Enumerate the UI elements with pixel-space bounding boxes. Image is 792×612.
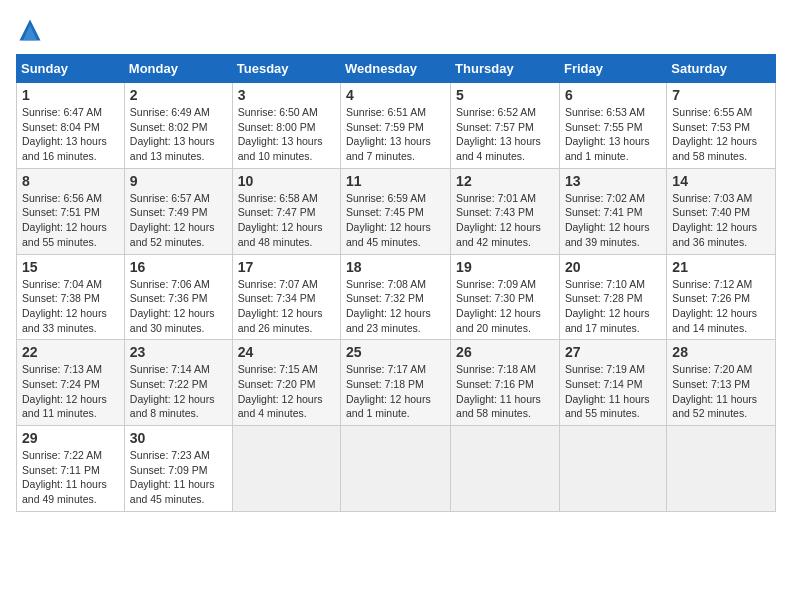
day-number: 1 [22, 87, 119, 103]
calendar-cell [232, 426, 340, 512]
cell-content: Sunrise: 7:18 AM Sunset: 7:16 PM Dayligh… [456, 362, 554, 421]
day-number: 18 [346, 259, 445, 275]
sunrise-label: Sunrise: 6:56 AM [22, 192, 102, 204]
cell-content: Sunrise: 7:07 AM Sunset: 7:34 PM Dayligh… [238, 277, 335, 336]
sunset-label: Sunset: 7:45 PM [346, 206, 424, 218]
calendar-cell: 3 Sunrise: 6:50 AM Sunset: 8:00 PM Dayli… [232, 83, 340, 169]
daylight-label: Daylight: 12 hours and 42 minutes. [456, 221, 541, 248]
col-wednesday: Wednesday [341, 55, 451, 83]
cell-content: Sunrise: 6:53 AM Sunset: 7:55 PM Dayligh… [565, 105, 661, 164]
sunset-label: Sunset: 7:34 PM [238, 292, 316, 304]
day-number: 30 [130, 430, 227, 446]
calendar-cell: 30 Sunrise: 7:23 AM Sunset: 7:09 PM Dayl… [124, 426, 232, 512]
calendar-cell: 25 Sunrise: 7:17 AM Sunset: 7:18 PM Dayl… [341, 340, 451, 426]
col-tuesday: Tuesday [232, 55, 340, 83]
sunset-label: Sunset: 7:49 PM [130, 206, 208, 218]
daylight-label: Daylight: 11 hours and 55 minutes. [565, 393, 650, 420]
day-number: 9 [130, 173, 227, 189]
cell-content: Sunrise: 7:12 AM Sunset: 7:26 PM Dayligh… [672, 277, 770, 336]
sunset-label: Sunset: 7:55 PM [565, 121, 643, 133]
sunrise-label: Sunrise: 7:18 AM [456, 363, 536, 375]
sunrise-label: Sunrise: 6:55 AM [672, 106, 752, 118]
calendar-cell: 9 Sunrise: 6:57 AM Sunset: 7:49 PM Dayli… [124, 168, 232, 254]
day-number: 15 [22, 259, 119, 275]
sunset-label: Sunset: 7:30 PM [456, 292, 534, 304]
day-number: 29 [22, 430, 119, 446]
sunrise-label: Sunrise: 7:14 AM [130, 363, 210, 375]
calendar-cell: 7 Sunrise: 6:55 AM Sunset: 7:53 PM Dayli… [667, 83, 776, 169]
calendar-cell: 19 Sunrise: 7:09 AM Sunset: 7:30 PM Dayl… [451, 254, 560, 340]
calendar-cell [559, 426, 666, 512]
calendar-week-2: 8 Sunrise: 6:56 AM Sunset: 7:51 PM Dayli… [17, 168, 776, 254]
cell-content: Sunrise: 6:59 AM Sunset: 7:45 PM Dayligh… [346, 191, 445, 250]
sunrise-label: Sunrise: 7:09 AM [456, 278, 536, 290]
day-number: 25 [346, 344, 445, 360]
daylight-label: Daylight: 12 hours and 33 minutes. [22, 307, 107, 334]
cell-content: Sunrise: 7:15 AM Sunset: 7:20 PM Dayligh… [238, 362, 335, 421]
cell-content: Sunrise: 7:23 AM Sunset: 7:09 PM Dayligh… [130, 448, 227, 507]
sunrise-label: Sunrise: 6:59 AM [346, 192, 426, 204]
sunset-label: Sunset: 7:36 PM [130, 292, 208, 304]
sunset-label: Sunset: 7:26 PM [672, 292, 750, 304]
sunrise-label: Sunrise: 6:51 AM [346, 106, 426, 118]
sunrise-label: Sunrise: 7:12 AM [672, 278, 752, 290]
day-number: 28 [672, 344, 770, 360]
calendar-cell: 12 Sunrise: 7:01 AM Sunset: 7:43 PM Dayl… [451, 168, 560, 254]
header-row: Sunday Monday Tuesday Wednesday Thursday… [17, 55, 776, 83]
sunset-label: Sunset: 7:24 PM [22, 378, 100, 390]
sunrise-label: Sunrise: 7:03 AM [672, 192, 752, 204]
sunset-label: Sunset: 7:09 PM [130, 464, 208, 476]
sunset-label: Sunset: 7:13 PM [672, 378, 750, 390]
calendar-cell: 1 Sunrise: 6:47 AM Sunset: 8:04 PM Dayli… [17, 83, 125, 169]
sunrise-label: Sunrise: 6:49 AM [130, 106, 210, 118]
day-number: 19 [456, 259, 554, 275]
daylight-label: Daylight: 12 hours and 4 minutes. [238, 393, 323, 420]
day-number: 14 [672, 173, 770, 189]
calendar-cell: 26 Sunrise: 7:18 AM Sunset: 7:16 PM Dayl… [451, 340, 560, 426]
calendar-cell: 23 Sunrise: 7:14 AM Sunset: 7:22 PM Dayl… [124, 340, 232, 426]
day-number: 10 [238, 173, 335, 189]
sunrise-label: Sunrise: 7:15 AM [238, 363, 318, 375]
sunset-label: Sunset: 7:28 PM [565, 292, 643, 304]
sunset-label: Sunset: 7:59 PM [346, 121, 424, 133]
daylight-label: Daylight: 13 hours and 13 minutes. [130, 135, 215, 162]
sunrise-label: Sunrise: 7:01 AM [456, 192, 536, 204]
cell-content: Sunrise: 6:52 AM Sunset: 7:57 PM Dayligh… [456, 105, 554, 164]
daylight-label: Daylight: 12 hours and 11 minutes. [22, 393, 107, 420]
cell-content: Sunrise: 7:03 AM Sunset: 7:40 PM Dayligh… [672, 191, 770, 250]
sunrise-label: Sunrise: 6:50 AM [238, 106, 318, 118]
sunrise-label: Sunrise: 6:57 AM [130, 192, 210, 204]
cell-content: Sunrise: 6:51 AM Sunset: 7:59 PM Dayligh… [346, 105, 445, 164]
daylight-label: Daylight: 12 hours and 26 minutes. [238, 307, 323, 334]
daylight-label: Daylight: 13 hours and 16 minutes. [22, 135, 107, 162]
day-number: 3 [238, 87, 335, 103]
cell-content: Sunrise: 7:14 AM Sunset: 7:22 PM Dayligh… [130, 362, 227, 421]
calendar-cell [451, 426, 560, 512]
daylight-label: Daylight: 12 hours and 17 minutes. [565, 307, 650, 334]
calendar-week-3: 15 Sunrise: 7:04 AM Sunset: 7:38 PM Dayl… [17, 254, 776, 340]
sunset-label: Sunset: 7:20 PM [238, 378, 316, 390]
calendar-week-4: 22 Sunrise: 7:13 AM Sunset: 7:24 PM Dayl… [17, 340, 776, 426]
calendar-week-1: 1 Sunrise: 6:47 AM Sunset: 8:04 PM Dayli… [17, 83, 776, 169]
day-number: 13 [565, 173, 661, 189]
day-number: 5 [456, 87, 554, 103]
calendar-cell: 4 Sunrise: 6:51 AM Sunset: 7:59 PM Dayli… [341, 83, 451, 169]
day-number: 17 [238, 259, 335, 275]
calendar-cell: 20 Sunrise: 7:10 AM Sunset: 7:28 PM Dayl… [559, 254, 666, 340]
sunset-label: Sunset: 8:02 PM [130, 121, 208, 133]
sunset-label: Sunset: 7:41 PM [565, 206, 643, 218]
col-thursday: Thursday [451, 55, 560, 83]
cell-content: Sunrise: 6:55 AM Sunset: 7:53 PM Dayligh… [672, 105, 770, 164]
sunset-label: Sunset: 7:43 PM [456, 206, 534, 218]
daylight-label: Daylight: 13 hours and 10 minutes. [238, 135, 323, 162]
sunrise-label: Sunrise: 7:04 AM [22, 278, 102, 290]
calendar-cell: 18 Sunrise: 7:08 AM Sunset: 7:32 PM Dayl… [341, 254, 451, 340]
sunrise-label: Sunrise: 7:19 AM [565, 363, 645, 375]
sunrise-label: Sunrise: 7:13 AM [22, 363, 102, 375]
day-number: 20 [565, 259, 661, 275]
cell-content: Sunrise: 7:02 AM Sunset: 7:41 PM Dayligh… [565, 191, 661, 250]
sunrise-label: Sunrise: 6:58 AM [238, 192, 318, 204]
sunset-label: Sunset: 8:04 PM [22, 121, 100, 133]
calendar-cell: 24 Sunrise: 7:15 AM Sunset: 7:20 PM Dayl… [232, 340, 340, 426]
day-number: 21 [672, 259, 770, 275]
